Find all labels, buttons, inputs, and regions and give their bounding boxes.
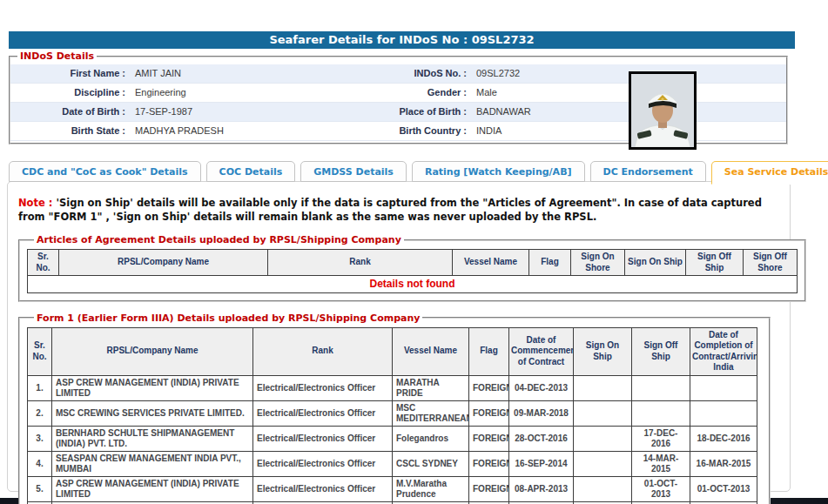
table-cell bbox=[574, 426, 632, 451]
column-header: Flag bbox=[529, 250, 571, 276]
table-cell: Electrical/Electronics Officer bbox=[253, 375, 393, 400]
table-cell: MSC CREWING SERVICES PRIVATE LIMITED. bbox=[52, 400, 253, 426]
table-cell: Electrical/Electronics Officer bbox=[253, 400, 393, 426]
table-cell: Electrical/Electronics Officer bbox=[253, 451, 393, 476]
table-cell: 01-OCT-2013 bbox=[690, 476, 757, 501]
table-row: 5.ASP CREW MANAGEMENT (INDIA) PRIVATE LI… bbox=[28, 476, 757, 501]
field-label: Date of Birth : bbox=[10, 103, 131, 121]
column-header: Sign Off Ship bbox=[686, 250, 744, 276]
table-cell: FOREIGN bbox=[469, 476, 509, 501]
table-cell bbox=[574, 400, 632, 426]
seafarer-details-page: Seafarer Details for INDoS No : 09SL2732… bbox=[0, 0, 828, 504]
table-cell: SEASPAN CREW MANAGEMENT INDIA PVT., MUMB… bbox=[52, 451, 253, 476]
table-cell: MSC MEDITERRANEAN bbox=[393, 400, 469, 426]
articles-of-agreement-section: Articles of Agreement Details uploaded b… bbox=[18, 234, 806, 301]
column-header: Vessel Name bbox=[393, 327, 469, 375]
table-cell: Folegandros bbox=[393, 426, 469, 451]
articles-of-agreement-legend: Articles of Agreement Details uploaded b… bbox=[34, 234, 404, 245]
table-row: 4.SEASPAN CREW MANAGEMENT INDIA PVT., MU… bbox=[28, 451, 757, 476]
table-header-row: Sr. No.RPSL/Company NameRankVessel NameF… bbox=[28, 327, 757, 375]
seafarer-portrait-illustration bbox=[631, 74, 694, 147]
tab-dc-endorsement[interactable]: DC Endorsement bbox=[590, 161, 706, 182]
table-cell: Electrical/Electronics Officer bbox=[253, 426, 393, 451]
articles-of-agreement-table: Sr. No.RPSL/Company NameRankVessel NameF… bbox=[27, 249, 798, 292]
field-label: Discipline : bbox=[10, 84, 131, 102]
indos-details-legend: INDoS Details bbox=[17, 50, 97, 62]
table-cell: 14-MAR-2015 bbox=[632, 451, 690, 476]
table-cell: 2. bbox=[28, 400, 52, 426]
table-cell bbox=[690, 400, 757, 426]
column-header: Sign On Ship bbox=[625, 250, 686, 276]
table-header-row: Sr. No.RPSL/Company NameRankVessel NameF… bbox=[28, 250, 798, 276]
table-cell bbox=[632, 375, 690, 400]
table-cell: 04-DEC-2013 bbox=[509, 375, 574, 400]
tab-cdc-and-coc-as-cook-details[interactable]: CDC and "CoC as Cook" Details bbox=[9, 161, 201, 182]
table-cell: 3. bbox=[28, 426, 52, 451]
column-header: RPSL/Company Name bbox=[59, 250, 268, 276]
field-value: 17-SEP-1987 bbox=[131, 103, 385, 121]
tab-content-panel: Note : 'Sign on Ship' details will be av… bbox=[7, 181, 791, 492]
table-cell: FOREIGN bbox=[469, 451, 509, 476]
form1-details-legend: Form 1 (Earlier Form IIIA) Details uploa… bbox=[34, 312, 422, 324]
column-header: Date of Commencement of Contract bbox=[509, 327, 574, 375]
column-header: Sr. No. bbox=[28, 327, 52, 375]
field-value: MADHYA PRADESH bbox=[131, 122, 385, 140]
column-header: Sign Off Shore bbox=[744, 250, 798, 276]
table-cell: FOREIGN bbox=[469, 375, 509, 400]
sign-on-ship-note: Note : 'Sign on Ship' details will be av… bbox=[18, 196, 781, 224]
table-row: 2.MSC CREWING SERVICES PRIVATE LIMITED.E… bbox=[28, 400, 757, 426]
note-text: 'Sign on Ship' details will be available… bbox=[18, 197, 762, 223]
table-cell: ASP CREW MANAGEMENT (INDIA) PRIVATE LIMI… bbox=[52, 375, 253, 400]
note-prefix: Note : bbox=[18, 197, 52, 209]
table-cell: 09-MAR-2018 bbox=[509, 400, 574, 426]
tab-bar: CDC and "CoC as Cook" DetailsCOC Details… bbox=[9, 161, 828, 185]
table-row: 3.BERNHARD SCHULTE SHIPMANAGEMENT (INDIA… bbox=[28, 426, 757, 451]
table-cell bbox=[632, 400, 690, 426]
table-cell: 28-OCT-2016 bbox=[509, 426, 574, 451]
field-label: Gender : bbox=[385, 84, 472, 102]
table-cell: 17-DEC-2016 bbox=[632, 426, 690, 451]
column-header: Vessel Name bbox=[453, 250, 529, 276]
form1-details-table: Sr. No.RPSL/Company NameRankVessel NameF… bbox=[27, 327, 757, 504]
table-cell: 16-MAR-2015 bbox=[690, 451, 757, 476]
table-cell bbox=[690, 375, 757, 400]
field-label: Place of Birth : bbox=[385, 103, 472, 121]
tab-sea-service-details[interactable]: Sea Service Details bbox=[711, 161, 828, 185]
column-header: Sign Off Ship bbox=[632, 327, 690, 375]
field-label: Birth State : bbox=[10, 122, 131, 140]
table-cell: BERNHARD SCHULTE SHIPMANAGEMENT (INDIA) … bbox=[52, 426, 253, 451]
field-label: INDoS No. : bbox=[385, 64, 472, 83]
indos-details-section: INDoS Details First Name :AMIT JAININDoS… bbox=[9, 50, 788, 144]
table-cell: M.V.Maratha Prudence bbox=[393, 476, 469, 501]
table-cell bbox=[574, 476, 632, 501]
table-cell: 08-APR-2013 bbox=[509, 476, 574, 501]
seafarer-photo bbox=[629, 71, 697, 150]
table-cell: Electrical/Electronics Officer bbox=[253, 476, 393, 501]
table-row: Details not found bbox=[28, 276, 798, 292]
table-cell: ASP CREW MANAGEMENT (INDIA) PRIVATE LIMI… bbox=[52, 476, 253, 501]
table-cell: CSCL SYDNEY bbox=[393, 451, 469, 476]
page-title: Seafarer Details for INDoS No : 09SL2732 bbox=[9, 31, 795, 49]
table-cell: FOREIGN bbox=[469, 400, 509, 426]
column-header: Sr. No. bbox=[28, 250, 59, 276]
field-label: First Name : bbox=[10, 64, 131, 83]
tab-coc-details[interactable]: COC Details bbox=[206, 161, 296, 182]
column-header: Rank bbox=[253, 327, 393, 375]
form1-details-section: Form 1 (Earlier Form IIIA) Details uploa… bbox=[18, 312, 771, 504]
tab-gmdss-details[interactable]: GMDSS Details bbox=[300, 161, 407, 182]
column-header: Flag bbox=[469, 327, 509, 375]
table-cell: 1. bbox=[28, 375, 52, 400]
table-cell bbox=[574, 451, 632, 476]
table-cell: 16-SEP-2014 bbox=[509, 451, 574, 476]
column-header: Sign On Shore bbox=[571, 250, 625, 276]
field-label: Birth Country : bbox=[385, 122, 472, 140]
column-header: RPSL/Company Name bbox=[52, 327, 253, 375]
table-cell: 4. bbox=[28, 451, 52, 476]
table-row: 1.ASP CREW MANAGEMENT (INDIA) PRIVATE LI… bbox=[28, 375, 757, 400]
tab-rating-watch-keeping-ab[interactable]: Rating [Watch Keeping/AB] bbox=[412, 161, 585, 182]
table-cell: MARATHA PRIDE bbox=[393, 375, 469, 400]
empty-message: Details not found bbox=[28, 276, 798, 292]
column-header: Date of Completion of Contract/Arriving … bbox=[690, 327, 757, 375]
table-cell: 01-OCT-2013 bbox=[632, 476, 690, 501]
column-header: Rank bbox=[268, 250, 453, 276]
